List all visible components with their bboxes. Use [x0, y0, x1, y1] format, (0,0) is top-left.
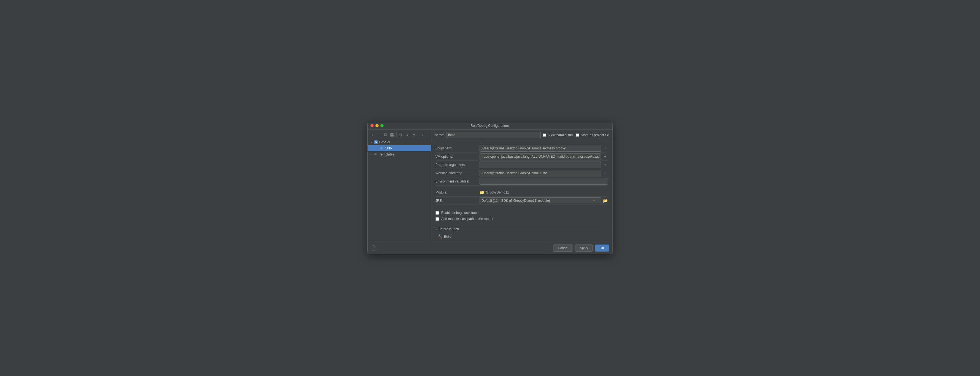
before-launch-section: ▾ Before launch 🔨 Build — [431, 223, 612, 242]
debug-stack-label: Enable debug stack trace — [441, 211, 479, 215]
cancel-button[interactable]: Cancel — [553, 244, 573, 252]
working-dir-row: Working directory: + — [436, 169, 608, 177]
move-down-button[interactable]: ▾ — [411, 132, 417, 138]
jre-label: JRE: — [436, 198, 479, 204]
groovy-icon: G — [374, 140, 378, 145]
vm-options-input[interactable] — [479, 153, 601, 160]
module-folder-icon: 📁 — [479, 190, 484, 194]
module-row: Module: 📁 GroovyDemo11 — [436, 188, 608, 196]
working-dir-input[interactable] — [479, 170, 601, 177]
templates-icon — [374, 152, 378, 156]
build-icon: 🔨 — [438, 234, 442, 239]
name-input[interactable] — [446, 132, 541, 139]
title-bar: Run/Debug Configurations — [368, 122, 612, 129]
minimize-button[interactable] — [375, 124, 379, 127]
sidebar-item-hello[interactable]: hello — [368, 145, 431, 151]
name-right: Allow parallel run Store as project file — [543, 133, 609, 137]
settings-button[interactable]: ⚙ — [398, 132, 404, 138]
program-args-expand-button[interactable]: + — [603, 162, 608, 167]
name-left: Name: — [434, 132, 541, 139]
env-vars-control — [479, 178, 608, 185]
remove-config-button[interactable]: − — [376, 132, 382, 138]
build-item: 🔨 Build — [436, 233, 608, 240]
jre-browse-button[interactable]: 📂 — [603, 198, 608, 204]
traffic-lights — [371, 124, 383, 127]
store-as-project-label[interactable]: Store as project file — [576, 133, 609, 137]
program-args-input[interactable] — [479, 161, 601, 168]
name-bar: Name: Allow parallel run Store as projec… — [431, 129, 612, 141]
jre-select[interactable]: Default (11 – SDK of 'GroovyDemo11' modu… — [479, 198, 601, 204]
module-label: Module: — [436, 190, 479, 196]
build-label: Build — [444, 234, 452, 239]
svg-rect-3 — [391, 133, 393, 134]
program-args-label: Program arguments: — [436, 162, 479, 168]
svg-rect-4 — [391, 135, 393, 136]
allow-parallel-checkbox[interactable] — [543, 134, 546, 137]
script-path-row: Script path: + — [436, 144, 608, 153]
module-display: 📁 GroovyDemo11 — [479, 190, 509, 194]
close-button[interactable] — [371, 124, 374, 127]
store-as-project-checkbox[interactable] — [576, 134, 579, 137]
script-path-expand-button[interactable]: + — [603, 145, 608, 151]
working-dir-label: Working directory: — [436, 170, 479, 176]
run-debug-dialog: Run/Debug Configurations + − — [368, 122, 612, 254]
module-classpath-row[interactable]: Add module classpath to the runner — [436, 217, 608, 221]
hello-label: hello — [385, 147, 391, 150]
debug-stack-checkbox[interactable] — [436, 211, 439, 215]
vm-options-label: VM options: — [436, 153, 479, 159]
toolbar-separator2 — [418, 132, 418, 137]
name-label: Name: — [434, 133, 444, 137]
templates-label: Templates — [379, 153, 395, 156]
env-vars-label: Environment variables: — [436, 178, 479, 185]
bottom-bar: ? Cancel Apply OK — [368, 242, 612, 254]
module-value: GroovyDemo11 — [486, 191, 509, 194]
module-classpath-checkbox[interactable] — [436, 217, 439, 221]
jre-control: Default (11 – SDK of 'GroovyDemo11' modu… — [479, 198, 608, 204]
script-path-control: + — [479, 145, 608, 151]
sidebar-toolbar: + − ⚙ ▲ ▾ — [368, 131, 431, 139]
env-vars-row: Environment variables: — [436, 177, 608, 185]
module-control: 📁 GroovyDemo11 — [479, 190, 608, 194]
sidebar-item-groovy[interactable]: ▾ G Groovy — [368, 139, 431, 145]
before-launch-chevron: ▾ — [436, 228, 437, 231]
templates-chevron: › — [370, 153, 374, 156]
checkboxes-section: Enable debug stack trace Add module clas… — [431, 208, 612, 223]
form-fields: Script path: + VM options: + P — [431, 141, 612, 208]
svg-rect-1 — [384, 133, 386, 135]
spacer — [436, 185, 608, 188]
before-launch-header: ▾ Before launch — [436, 226, 608, 232]
groovy-label: Groovy — [379, 140, 390, 144]
working-dir-control: + — [479, 170, 608, 177]
sidebar-item-templates[interactable]: › Templates — [368, 151, 431, 158]
save-config-button[interactable] — [389, 132, 395, 138]
script-path-input[interactable] — [479, 145, 601, 151]
jre-row: JRE: Default (11 – SDK of 'GroovyDemo11'… — [436, 196, 608, 205]
jre-select-wrapper: Default (11 – SDK of 'GroovyDemo11' modu… — [479, 198, 601, 204]
apply-button[interactable]: Apply — [575, 244, 593, 252]
ok-button[interactable]: OK — [595, 244, 609, 252]
help-button[interactable]: ? — [371, 245, 377, 251]
debug-stack-row[interactable]: Enable debug stack trace — [436, 211, 608, 215]
vm-options-control: + — [479, 153, 608, 160]
hello-icon — [379, 146, 383, 150]
env-vars-input[interactable] — [479, 178, 608, 185]
move-up-button[interactable]: ▲ — [404, 132, 410, 138]
program-args-row: Program arguments: + — [436, 161, 608, 169]
maximize-button[interactable] — [380, 124, 383, 127]
module-classpath-label: Add module classpath to the runner — [441, 217, 493, 221]
dialog-title: Run/Debug Configurations — [371, 124, 609, 127]
main-panel: Name: Allow parallel run Store as projec… — [431, 129, 612, 242]
allow-parallel-label[interactable]: Allow parallel run — [543, 133, 573, 137]
vm-options-row: VM options: + — [436, 153, 608, 161]
dialog-body: + − ⚙ ▲ ▾ — [368, 129, 612, 242]
script-path-label: Script path: — [436, 145, 479, 151]
svg-rect-0 — [385, 134, 387, 136]
expand-button[interactable]: » — [420, 132, 425, 138]
working-dir-expand-button[interactable]: + — [603, 170, 608, 176]
sidebar: + − ⚙ ▲ ▾ — [368, 129, 431, 242]
before-launch-label: Before launch — [439, 227, 459, 231]
copy-config-button[interactable] — [382, 132, 388, 138]
add-config-button[interactable]: + — [369, 132, 375, 138]
program-args-control: + — [479, 161, 608, 168]
vm-options-expand-button[interactable]: + — [603, 154, 608, 159]
